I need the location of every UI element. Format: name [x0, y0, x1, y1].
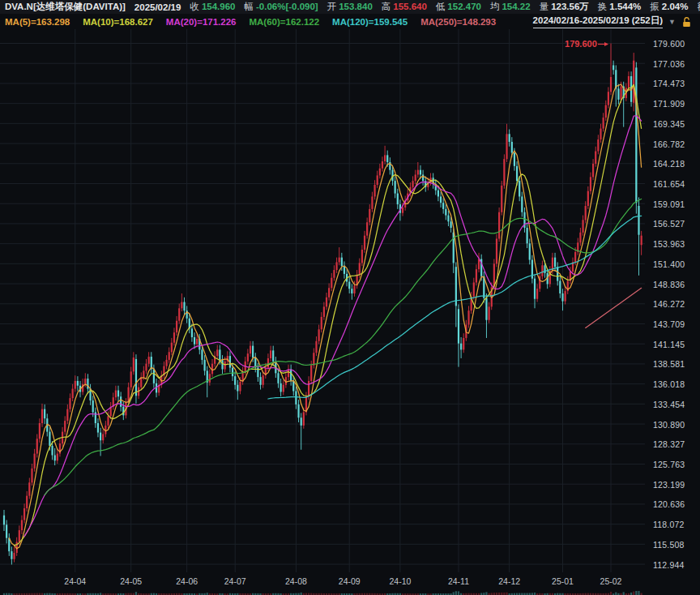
- svg-text:179.600: 179.600: [565, 39, 597, 49]
- y-axis-label: 166.782: [653, 139, 685, 149]
- ma-legend-item: MA(10)=168.627: [83, 17, 153, 27]
- symbol-title: DVA.N[达维塔保健(DAVITA)]: [5, 1, 126, 13]
- date-range-control[interactable]: 2024/02/16-2025/02/19 (252日) ▼: [533, 15, 692, 28]
- stock-chart-app: 179.600 DVA.N[达维塔保健(DAVITA)] 2025/02/19 …: [0, 0, 700, 595]
- ma-legend-item: MA(20)=171.226: [166, 17, 237, 27]
- y-axis-label: 161.654: [653, 179, 685, 189]
- ma-legend-item: MA(60)=162.122: [249, 17, 319, 27]
- y-axis-label: 115.508: [653, 540, 685, 550]
- ma-legend-item: MA(120)=159.545: [332, 17, 408, 27]
- x-axis-label: 24-06: [176, 576, 198, 586]
- quote-stat: 高155.640: [382, 1, 427, 13]
- x-axis-label: 24-12: [498, 576, 520, 586]
- y-axis-label: 123.199: [653, 480, 685, 490]
- unlock-icon[interactable]: [681, 16, 692, 28]
- chevron-down-icon[interactable]: ▼: [668, 18, 676, 26]
- y-axis-label: 153.963: [653, 239, 685, 249]
- quote-stat: 开153.840: [327, 1, 373, 13]
- y-axis-label: 148.836: [653, 280, 685, 289]
- y-axis-label: 169.345: [653, 119, 685, 129]
- quote-stats: 收154.960幅-0.06%[-0.090]开153.840高155.640低…: [190, 1, 700, 13]
- quote-stat: 换1.544%: [598, 1, 642, 13]
- y-axis-label: 179.600: [653, 39, 685, 49]
- y-axis-label: 112.944: [653, 560, 685, 570]
- x-axis-label: 24-11: [448, 576, 469, 586]
- ma-legend-items: MA(5)=163.298MA(10)=168.627MA(20)=171.22…: [5, 17, 496, 27]
- quote-date: 2025/02/19: [134, 2, 181, 12]
- quote-stat: 振2.04%: [650, 1, 688, 13]
- quote-stat: 幅-0.06%[-0.090]: [244, 1, 318, 13]
- y-axis-label: 125.763: [653, 460, 685, 469]
- y-axis-label: 128.327: [653, 439, 685, 449]
- x-axis-label: 24-10: [389, 576, 411, 586]
- y-axis-label: 143.709: [653, 319, 685, 329]
- y-axis-label: 174.473: [653, 79, 685, 88]
- header-stats-bar: DVA.N[达维塔保健(DAVITA)] 2025/02/19 收154.960…: [0, 0, 700, 14]
- x-axis-label: 25-01: [552, 576, 574, 586]
- x-axis-label: 24-09: [339, 576, 361, 586]
- y-axis-label: 130.890: [653, 420, 685, 430]
- date-range-label[interactable]: 2024/02/16-2025/02/19 (252日): [533, 15, 663, 28]
- y-axis-label: 177.036: [653, 59, 685, 69]
- y-axis-label: 151.400: [653, 259, 685, 269]
- y-axis-label: 156.527: [653, 219, 685, 229]
- ma-legend-item: MA(250)=148.293: [420, 17, 496, 27]
- price-chart-canvas[interactable]: 179.600: [0, 0, 700, 595]
- quote-stat: 均154.22: [490, 1, 531, 13]
- y-axis-label: 138.581: [653, 359, 685, 369]
- quote-stat: 量123.56万: [540, 1, 589, 13]
- quote-stat: 额1.91亿: [697, 1, 700, 13]
- y-axis-label: 164.218: [653, 159, 685, 169]
- y-axis-label: 118.072: [653, 520, 685, 529]
- quote-stat: 收154.960: [190, 1, 235, 13]
- y-axis-label: 159.091: [653, 199, 685, 209]
- x-axis-label: 24-07: [224, 576, 246, 586]
- ma-legend-item: MA(5)=163.298: [5, 17, 70, 27]
- x-axis-label: 25-02: [600, 576, 622, 586]
- y-axis-label: 141.145: [653, 340, 685, 349]
- y-axis-label: 171.909: [653, 99, 685, 109]
- x-axis-label: 24-05: [120, 576, 142, 586]
- quote-stat: 低152.470: [436, 1, 481, 13]
- x-axis-label: 24-04: [64, 576, 86, 586]
- y-axis-label: 146.272: [653, 299, 685, 309]
- y-axis-label: 136.018: [653, 379, 685, 389]
- y-axis-label: 133.454: [653, 400, 685, 409]
- y-axis-label: 120.636: [653, 499, 685, 509]
- x-axis-label: 24-08: [285, 576, 307, 586]
